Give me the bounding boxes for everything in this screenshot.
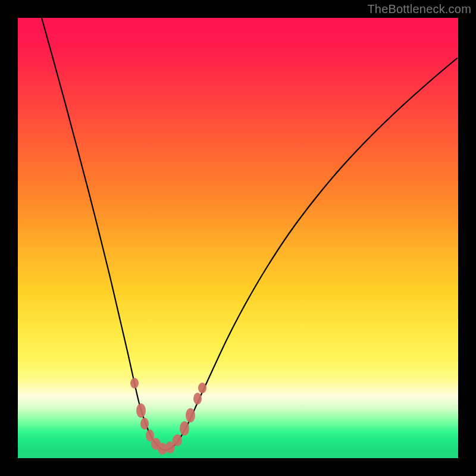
curve-layer	[18, 18, 458, 458]
marker-right-upper	[193, 393, 202, 405]
marker-bottom-1	[140, 418, 149, 430]
watermark-text: TheBottleneck.com	[367, 2, 471, 16]
data-markers	[130, 378, 206, 455]
marker-left-cluster-1	[130, 378, 139, 389]
marker-left-cluster-2	[136, 403, 146, 418]
marker-right-cluster-2	[186, 408, 195, 422]
plot-area	[18, 18, 458, 458]
marker-right-top	[198, 383, 206, 393]
chart-frame: TheBottleneck.com	[0, 0, 476, 476]
marker-right-cluster-1	[180, 421, 189, 436]
marker-bottom-6	[173, 434, 182, 446]
bottleneck-curve	[42, 18, 457, 450]
